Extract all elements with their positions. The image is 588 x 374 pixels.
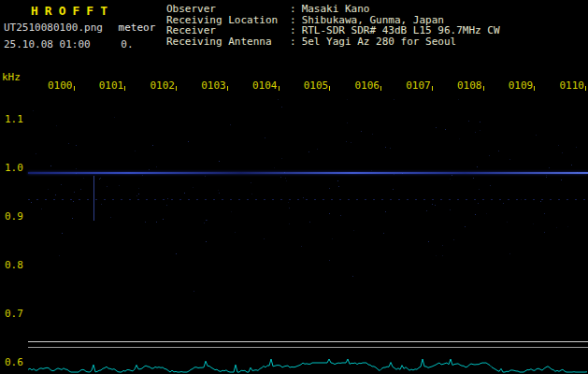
output-filename: UT2510080100.png [4, 22, 103, 34]
info-value: 5el Yagi Az 280 for Seoul [302, 36, 457, 48]
tick-mark [380, 86, 381, 91]
freq-tick-label: 0.8 [5, 259, 23, 271]
app-title: HROFFT [31, 4, 114, 18]
observation-timestamp: 25.10.08 01:00 [4, 38, 91, 50]
time-tick-label: 0106 [355, 79, 380, 92]
time-tick: 0101 [99, 79, 126, 93]
info-value: RTL-SDR SDR# 43dB L15 96.7MHz CW [302, 25, 500, 36]
freq-tick-label: 0.7 [5, 308, 23, 320]
echo-count: 0. [121, 38, 133, 50]
info-row-receiver: Receiver : RTL-SDR SDR# 43dB L15 96.7MHz… [166, 25, 500, 36]
time-axis: 0100 0101 0102 0103 0104 0105 0106 0107 … [29, 79, 586, 93]
freq-tick-label: 1.1 [5, 113, 23, 125]
level-gridline-upper [28, 341, 588, 342]
echo-streak [93, 176, 94, 221]
file-line: UT2510080100.png meteor [4, 22, 155, 34]
antenna-name: meteor [119, 22, 156, 34]
time-tick: 0100 [48, 79, 75, 93]
time-tick-label: 0105 [304, 79, 329, 92]
time-tick: 0109 [509, 79, 536, 93]
freq-tick-label: 0.9 [5, 210, 23, 223]
time-tick-label: 0109 [509, 79, 534, 92]
time-tick: 0106 [355, 79, 382, 93]
time-tick: 0107 [406, 79, 433, 93]
time-tick-label: 0102 [151, 79, 176, 92]
station-info: Observer : Masaki Kano Receiving Locatio… [166, 4, 500, 47]
time-tick: 0103 [201, 79, 228, 93]
tick-mark [432, 86, 433, 91]
time-tick: 0108 [457, 79, 484, 93]
tick-mark [176, 86, 177, 91]
tick-mark [329, 86, 330, 91]
time-line: 25.10.08 01:00 0. [4, 38, 134, 50]
time-tick-label: 0101 [99, 79, 124, 92]
freq-tick-label: 0.6 [5, 356, 23, 368]
info-label: Receiver [166, 25, 290, 36]
tick-mark [585, 86, 586, 91]
time-tick-label: 0103 [201, 79, 226, 92]
info-separator: : [290, 25, 296, 36]
tick-mark [74, 86, 75, 91]
info-separator: : [290, 36, 296, 48]
subcarrier-line [28, 199, 588, 200]
tick-mark [227, 86, 228, 91]
noise-trace-line [28, 359, 587, 372]
y-axis-unit-label: kHz [2, 71, 21, 83]
hrofft-output: HROFFT UT2510080100.png meteor 25.10.08 … [0, 0, 588, 374]
time-tick-label: 0107 [406, 79, 431, 92]
time-tick: 0104 [252, 79, 280, 93]
info-label: Receiving Antenna [166, 36, 290, 48]
tick-mark [483, 86, 484, 91]
info-separator: : [290, 4, 296, 15]
level-gridline-lower [28, 347, 588, 348]
spectrogram-speckles [0, 0, 1, 1]
noise-trace [28, 357, 588, 374]
tick-mark [124, 86, 125, 91]
time-tick-label: 0108 [457, 79, 482, 92]
freq-tick-label: 1.0 [5, 162, 23, 174]
info-row-observer: Observer : Masaki Kano [166, 4, 500, 15]
info-label: Observer [166, 4, 290, 15]
time-tick: 0110 [560, 79, 587, 93]
spectrogram-area [28, 94, 588, 374]
carrier-line [28, 172, 588, 174]
time-tick-label: 0100 [48, 79, 73, 92]
time-tick-label: 0110 [560, 79, 585, 92]
tick-mark [279, 86, 280, 91]
time-tick: 0102 [151, 79, 178, 93]
time-tick: 0105 [304, 79, 331, 93]
info-row-antenna: Receiving Antenna : 5el Yagi Az 280 for … [166, 36, 500, 48]
tick-mark [534, 86, 535, 91]
time-tick-label: 0104 [252, 79, 278, 92]
info-value: Masaki Kano [302, 4, 370, 15]
